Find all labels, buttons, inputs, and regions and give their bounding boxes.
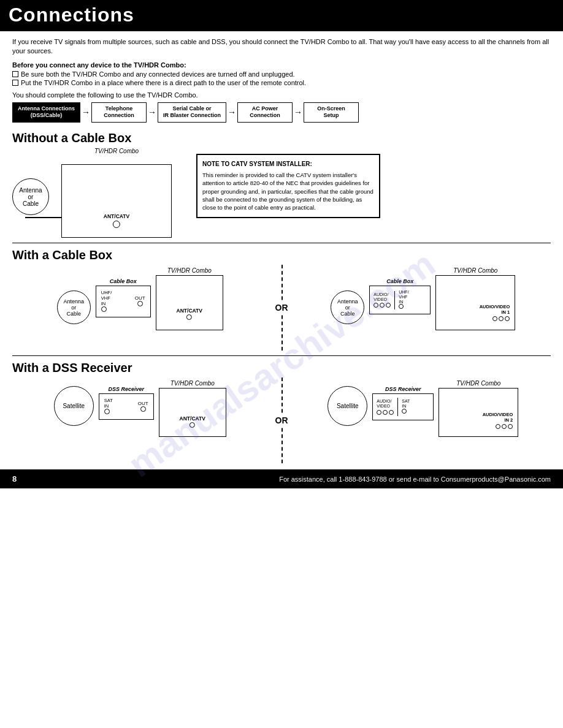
checkbox-2 [12, 80, 18, 86]
av-in2-port-2 [502, 424, 507, 429]
prereq-item-2: Put the TV/HDR Combo in a place where th… [12, 79, 551, 86]
ant-catv-port-2 [186, 314, 192, 320]
dss-receiver-label-1: DSS Receiver [108, 386, 144, 392]
section-title-with-cable: With a Cable Box [12, 248, 551, 262]
av-in1-port-2 [499, 316, 504, 321]
av-in2-port-3 [508, 424, 513, 429]
ant-catv-label-1: ANT/CATV [104, 213, 129, 219]
section-title-dss: With a DSS Receiver [12, 361, 551, 375]
uhf-vhf-port-2 [399, 304, 404, 309]
dss-av-out-1 [377, 410, 381, 415]
divider-2 [12, 355, 551, 356]
or-label-2: OR [274, 414, 289, 427]
dss-av-out-2 [383, 410, 388, 415]
tvhdr-box-1: ANT/CATV [61, 164, 172, 238]
av-port-out-2 [380, 303, 385, 308]
dss-receiver-label-2: DSS Receiver [385, 386, 421, 392]
tvhdr-label-1: TV/HDR Combo [94, 148, 139, 154]
av-in1-port-3 [505, 316, 510, 321]
page-header: Connections [0, 0, 563, 31]
with-cable-diagram: AntennaorCable Cable Box UHF/VHFIN [12, 265, 551, 351]
page-title: Connections [9, 4, 554, 26]
footer-text: For assistance, call 1-888-843-9788 or s… [279, 476, 551, 483]
tvhdr-label-3: TV/HDR Combo [453, 267, 497, 274]
step-1: Antenna Connections(DSS/Cable) [12, 102, 80, 123]
av-in1-port-1 [492, 316, 497, 321]
tvhdr-box-4: ANT/CATV [159, 388, 226, 437]
note-title: NOTE TO CATV SYSTEM INSTALLER: [202, 160, 374, 169]
out-port-dss-1 [140, 406, 146, 412]
ant-catv-port-3 [190, 422, 195, 428]
antenna-circle-2: AntennaorCable [57, 290, 91, 324]
without-cable-diagram: AntennaorCable TV/HDR Combo ANT/CATV [12, 148, 551, 238]
cable-box-label-1: Cable Box [110, 278, 137, 284]
cable-box-label-2: Cable Box [386, 278, 413, 284]
tvhdr-box-3: AUDIO/VIDEOIN 1 [435, 275, 515, 330]
tvhdr-box-2: ANT/CATV [156, 275, 223, 330]
step-2: TelephoneConnection [91, 102, 147, 123]
av-port-out-3 [386, 303, 391, 308]
prereq-text-1: Be sure both the TV/HDR Combo and any co… [21, 70, 295, 78]
page-number: 8 [12, 474, 17, 483]
step-5: On-ScreenSetup [304, 102, 359, 123]
step-flow: Antenna Connections(DSS/Cable) → Telepho… [12, 102, 551, 123]
arrow-1: → [82, 107, 90, 117]
av-in2-port-1 [496, 424, 500, 429]
antenna-circle-1: AntennaorCable [12, 178, 49, 215]
note-text: This reminder is provided to call the CA… [202, 171, 374, 211]
satellite-circle-1: Satellite [54, 386, 94, 426]
sat-in-port-2 [402, 409, 407, 414]
prereq-item-1: Be sure both the TV/HDR Combo and any co… [12, 70, 551, 78]
sat-in-port-1 [104, 409, 110, 414]
or-label-1: OR [274, 301, 289, 314]
or-divider-1: OR [268, 265, 296, 351]
or-divider-2: OR [268, 377, 296, 463]
arrow-3: → [228, 107, 236, 117]
step-4: AC PowerConnection [237, 102, 293, 123]
tvhdr-label-4: TV/HDR Combo [170, 380, 215, 387]
tvhdr-box-5: AUDIO/VIDEOIN 2 [439, 388, 518, 437]
satellite-circle-2: Satellite [327, 386, 367, 426]
divider-1 [12, 243, 551, 243]
tvhdr-label-2: TV/HDR Combo [167, 267, 212, 274]
ant-catv-port-1 [113, 221, 120, 228]
out-port-1 [137, 301, 143, 306]
uhf-vhf-port-1 [101, 306, 107, 312]
prereq-text-2: Put the TV/HDR Combo in a place where th… [21, 79, 306, 86]
with-dss-diagram: Satellite DSS Receiver SATIN [12, 377, 551, 463]
section-title-without-cable: Without a Cable Box [12, 131, 551, 145]
tvhdr-label-5: TV/HDR Combo [456, 380, 500, 387]
step-3: Serial Cable orIR Blaster Connection [158, 102, 226, 123]
arrow-4: → [294, 107, 302, 117]
checkbox-1 [12, 71, 18, 77]
intro-paragraph: If you receive TV signals from multiple … [12, 37, 551, 56]
antenna-circle-3: AntennaorCable [331, 290, 364, 324]
arrow-2: → [148, 107, 156, 117]
note-box: NOTE TO CATV SYSTEM INSTALLER: This remi… [196, 154, 380, 218]
page-footer: 8 For assistance, call 1-888-843-9788 or… [0, 469, 563, 488]
av-port-out-1 [373, 303, 378, 308]
prereq-title: Before you connect any device to the TV/… [12, 61, 551, 69]
antenna-label-1: AntennaorCable [19, 187, 42, 207]
complete-text: You should complete the following to use… [12, 91, 551, 99]
dss-av-out-3 [389, 410, 394, 415]
main-content: If you receive TV signals from multiple … [0, 31, 563, 463]
